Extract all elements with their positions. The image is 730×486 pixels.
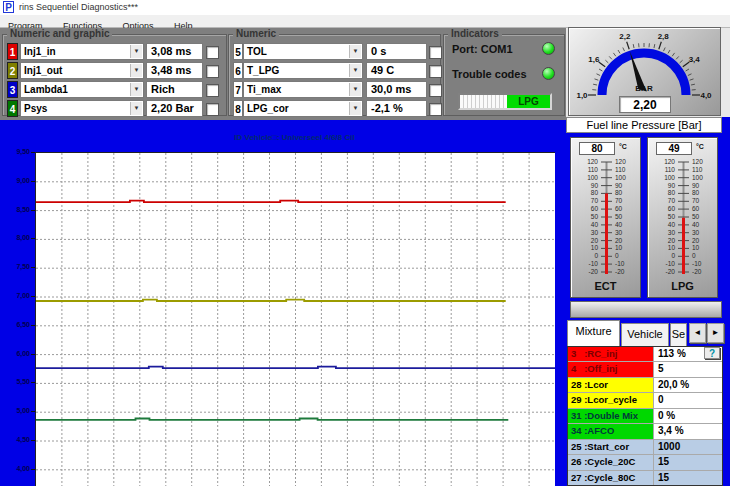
svg-text:120: 120 — [692, 158, 703, 165]
svg-text:90: 90 — [668, 182, 676, 189]
channel-checkbox[interactable] — [206, 103, 219, 116]
svg-text:50: 50 — [591, 213, 599, 220]
chevron-down-icon[interactable]: ▼ — [130, 83, 142, 96]
tab-settings[interactable]: Se — [670, 323, 687, 346]
table-row[interactable]: 28 :Lcor20,0 % — [568, 378, 722, 393]
table-row[interactable]: 29 :Lcor_cycle0 — [568, 393, 722, 408]
thermometer-lpg: 49°C120120110110100100909080807070606050… — [647, 137, 718, 298]
channel-name: Inj1_out — [24, 65, 62, 76]
svg-text:100: 100 — [587, 174, 598, 181]
tab-mixture[interactable]: Mixture — [567, 320, 620, 346]
channel-select[interactable]: Psys▼ — [20, 100, 144, 117]
channel-select[interactable]: TOL▼ — [243, 43, 363, 60]
table-row[interactable]: 25 :Start_cor1000 — [568, 440, 722, 455]
y-axis-tick-label: 7,50 — [2, 263, 30, 270]
toggle-handle[interactable] — [460, 95, 507, 108]
channel-number: 7 — [233, 81, 243, 98]
svg-text:10: 10 — [591, 244, 599, 251]
channel-name: TOL — [247, 46, 267, 57]
svg-text:-20: -20 — [692, 268, 702, 275]
channel-row-2: 2 Inj1_out▼ 3,48 ms — [3, 62, 226, 79]
svg-text:-10: -10 — [692, 260, 702, 267]
channel-select[interactable]: Lambda1▼ — [20, 81, 144, 98]
param-label: 26 :Cycle_20C — [568, 455, 654, 469]
svg-text:4,0: 4,0 — [700, 91, 712, 100]
help-button[interactable]: ? — [704, 347, 720, 359]
channel-name: Inj1_in — [24, 46, 56, 57]
svg-text:60: 60 — [668, 205, 676, 212]
channel-select[interactable]: LPG_cor▼ — [243, 100, 363, 117]
toggle-label: LPG — [507, 95, 550, 108]
svg-text:90: 90 — [615, 182, 623, 189]
group-title: Numeric — [233, 28, 279, 39]
channel-select[interactable]: Inj1_in▼ — [20, 43, 144, 60]
group-title: Indicators — [448, 28, 502, 39]
svg-text:100: 100 — [664, 174, 675, 181]
table-row[interactable]: 31 :Double Mix0 % — [568, 409, 722, 424]
tab-scroll-right-icon[interactable]: ► — [707, 323, 724, 343]
channel-select[interactable]: Inj1_out▼ — [20, 62, 144, 79]
svg-text:1,6: 1,6 — [588, 55, 600, 64]
y-axis-tick-label: 6,50 — [2, 321, 30, 328]
param-value: 0 — [654, 393, 722, 407]
svg-text:60: 60 — [692, 205, 700, 212]
y-axis-tick-label: 9,50 — [2, 148, 30, 155]
channel-select[interactable]: T_LPG▼ — [243, 62, 363, 79]
channel-name: Psys — [24, 103, 47, 114]
chevron-down-icon[interactable]: ▼ — [349, 83, 361, 96]
svg-text:110: 110 — [588, 166, 599, 173]
gauge-value: 2,20 — [619, 96, 671, 113]
svg-text:100: 100 — [692, 174, 703, 181]
tab-vehicle[interactable]: Vehicle — [621, 323, 669, 346]
channel-value: 49 C — [366, 62, 427, 79]
svg-text:50: 50 — [615, 213, 623, 220]
channel-row-1: 1 Inj1_in▼ 3,08 ms — [3, 43, 226, 60]
svg-text:20: 20 — [615, 237, 623, 244]
chevron-down-icon[interactable]: ▼ — [349, 102, 361, 115]
channel-checkbox[interactable] — [206, 84, 219, 97]
param-value: 15 — [654, 471, 722, 485]
channel-name: Lambda1 — [24, 84, 68, 95]
numeric-group: Numeric 5 TOL▼ 0 s 6 T_LPG▼ 49 C 7 Ti_ma… — [228, 34, 441, 116]
gauge-dial: 1,01,62,22,83,44,0BAR — [569, 28, 720, 102]
tab-scroll-left-icon[interactable]: ◄ — [689, 323, 706, 343]
channel-value: 3,08 ms — [146, 43, 203, 60]
svg-text:30: 30 — [591, 229, 599, 236]
svg-text:90: 90 — [692, 182, 700, 189]
table-row[interactable]: 4 :Off_inj5 — [568, 362, 722, 377]
channel-checkbox[interactable] — [429, 65, 442, 78]
table-row[interactable]: 3 :RC_inj113 %? — [568, 347, 722, 362]
svg-text:80: 80 — [692, 189, 700, 196]
svg-text:-10: -10 — [589, 260, 599, 267]
svg-text:70: 70 — [615, 197, 623, 204]
channel-checkbox[interactable] — [429, 46, 442, 59]
channel-checkbox[interactable] — [429, 84, 442, 97]
window-title: rins Sequentiel Diagnostics*** — [19, 2, 138, 12]
svg-text:-10: -10 — [615, 260, 625, 267]
table-row[interactable]: 34 :AFCO3,4 % — [568, 424, 722, 439]
lpg-toggle[interactable]: LPG — [458, 93, 552, 110]
channel-checkbox[interactable] — [429, 103, 442, 116]
thermometer-label: ECT — [571, 280, 640, 292]
table-row[interactable]: 27 :Cycle_80C15 — [568, 471, 722, 485]
channel-checkbox[interactable] — [206, 46, 219, 59]
table-row[interactable]: 26 :Cycle_20C15 — [568, 455, 722, 470]
chevron-down-icon[interactable]: ▼ — [349, 45, 361, 58]
chevron-down-icon[interactable]: ▼ — [130, 64, 142, 77]
svg-text:70: 70 — [668, 197, 676, 204]
svg-text:20: 20 — [668, 237, 676, 244]
channel-number: 3 — [7, 81, 18, 98]
svg-text:40: 40 — [591, 221, 599, 228]
trouble-codes-led-icon — [542, 67, 555, 80]
svg-text:40: 40 — [692, 221, 700, 228]
param-label: 29 :Lcor_cycle — [568, 393, 654, 407]
chevron-down-icon[interactable]: ▼ — [349, 64, 361, 77]
param-label: 31 :Double Mix — [568, 409, 654, 423]
channel-value: 2,20 Bar — [146, 100, 203, 117]
chevron-down-icon[interactable]: ▼ — [130, 102, 142, 115]
svg-text:3,4: 3,4 — [689, 55, 701, 64]
chevron-down-icon[interactable]: ▼ — [130, 45, 142, 58]
channel-select[interactable]: Ti_max▼ — [243, 81, 363, 98]
svg-text:80: 80 — [615, 189, 623, 196]
channel-checkbox[interactable] — [206, 65, 219, 78]
